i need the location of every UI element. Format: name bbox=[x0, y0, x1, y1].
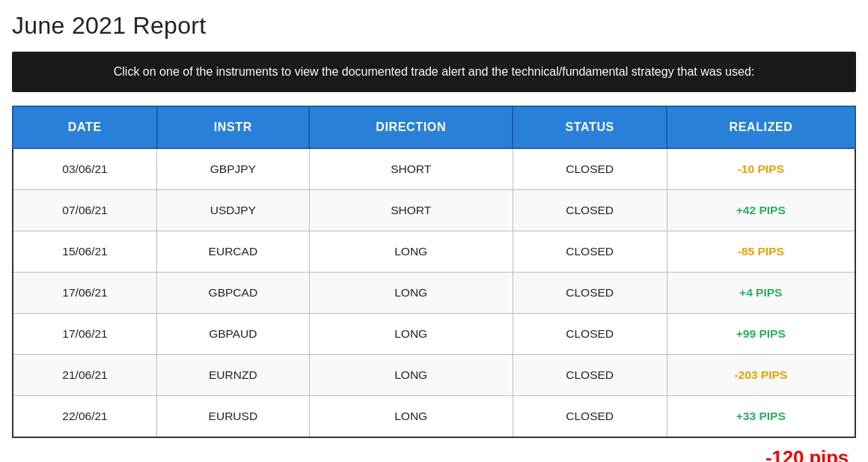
col-header-instr: INSTR bbox=[157, 106, 309, 148]
cell-realized: -85 PIPS bbox=[667, 231, 855, 273]
cell-direction: LONG bbox=[309, 396, 513, 438]
cell-date: 21/06/21 bbox=[13, 355, 157, 396]
cell-date: 22/06/21 bbox=[13, 396, 157, 438]
cell-realized: -10 PIPS bbox=[667, 148, 855, 190]
cell-status: CLOSED bbox=[513, 231, 667, 273]
cell-status: CLOSED bbox=[513, 148, 667, 190]
table-row[interactable]: 07/06/21USDJPYSHORTCLOSED+42 PIPS bbox=[13, 190, 855, 231]
cell-realized: +33 PIPS bbox=[667, 396, 855, 438]
cell-date: 03/06/21 bbox=[13, 148, 157, 190]
cell-status: CLOSED bbox=[513, 273, 667, 314]
col-header-date: DATE bbox=[13, 106, 157, 148]
cell-status: CLOSED bbox=[513, 314, 667, 355]
col-header-direction: DIRECTION bbox=[309, 106, 513, 148]
cell-date: 15/06/21 bbox=[13, 231, 157, 273]
table-row[interactable]: 03/06/21GBPJPYSHORTCLOSED-10 PIPS bbox=[13, 148, 855, 190]
total-pips: -120 pips bbox=[12, 447, 856, 462]
cell-direction: LONG bbox=[309, 231, 513, 273]
trades-table: DATEINSTRDIRECTIONSTATUSREALIZED 03/06/2… bbox=[12, 106, 856, 438]
cell-direction: LONG bbox=[309, 355, 513, 396]
cell-status: CLOSED bbox=[513, 396, 667, 438]
cell-direction: SHORT bbox=[309, 190, 513, 231]
cell-status: CLOSED bbox=[513, 355, 667, 396]
page-title: June 2021 Report bbox=[12, 12, 856, 40]
cell-status: CLOSED bbox=[513, 190, 667, 231]
cell-direction: LONG bbox=[309, 273, 513, 314]
cell-realized: -203 PIPS bbox=[667, 355, 855, 396]
cell-date: 17/06/21 bbox=[13, 273, 157, 314]
cell-instr: EURCAD bbox=[157, 231, 309, 273]
cell-instr: GBPCAD bbox=[157, 273, 309, 314]
table-row[interactable]: 22/06/21EURUSDLONGCLOSED+33 PIPS bbox=[13, 396, 855, 438]
cell-date: 07/06/21 bbox=[13, 190, 157, 231]
cell-realized: +4 PIPS bbox=[667, 273, 855, 314]
cell-instr: EURUSD bbox=[157, 396, 309, 438]
cell-realized: +42 PIPS bbox=[667, 190, 855, 231]
cell-instr: USDJPY bbox=[157, 190, 309, 231]
cell-instr: EURNZD bbox=[157, 355, 309, 396]
info-bar: Click on one of the instruments to view … bbox=[12, 52, 856, 92]
cell-direction: SHORT bbox=[309, 148, 513, 190]
col-header-status: STATUS bbox=[513, 106, 667, 148]
cell-date: 17/06/21 bbox=[13, 314, 157, 355]
col-header-realized: REALIZED bbox=[667, 106, 855, 148]
table-row[interactable]: 17/06/21GBPCADLONGCLOSED+4 PIPS bbox=[13, 273, 855, 314]
table-row[interactable]: 15/06/21EURCADLONGCLOSED-85 PIPS bbox=[13, 231, 855, 273]
cell-direction: LONG bbox=[309, 314, 513, 355]
cell-realized: +99 PIPS bbox=[667, 314, 855, 355]
cell-instr: GBPAUD bbox=[157, 314, 309, 355]
table-row[interactable]: 17/06/21GBPAUDLONGCLOSED+99 PIPS bbox=[13, 314, 855, 355]
cell-instr: GBPJPY bbox=[157, 148, 309, 190]
table-row[interactable]: 21/06/21EURNZDLONGCLOSED-203 PIPS bbox=[13, 355, 855, 396]
